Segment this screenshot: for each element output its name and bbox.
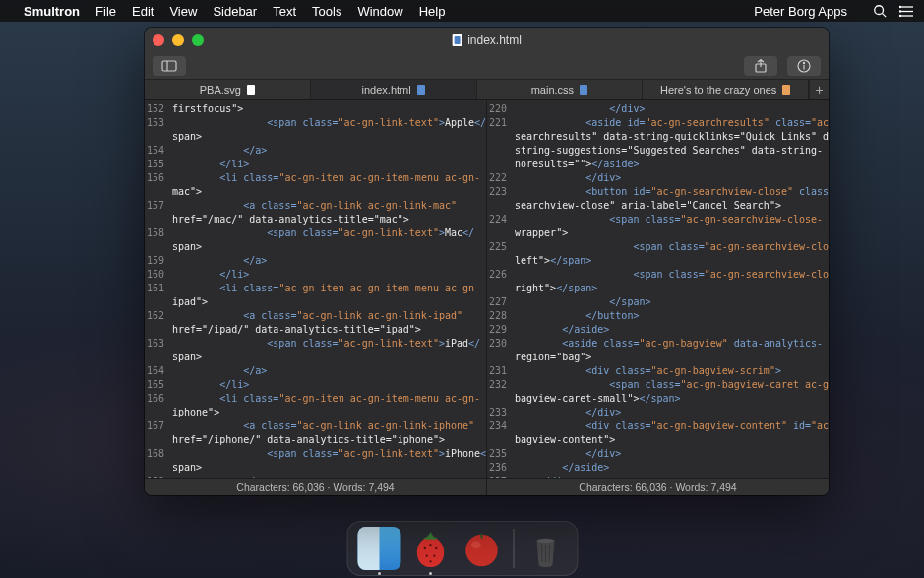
new-tab-button[interactable]: + [809, 80, 829, 99]
svg-point-7 [900, 15, 901, 16]
svg-point-14 [423, 547, 425, 549]
editor-window: index.html PBA.svg index.html main.css [145, 28, 829, 495]
menu-view[interactable]: View [169, 4, 197, 19]
menu-developer[interactable]: Peter Borg Apps [754, 4, 847, 19]
zoom-button[interactable] [192, 34, 204, 46]
app-name[interactable]: Smultron [24, 4, 80, 19]
info-button[interactable] [787, 56, 821, 76]
line-gutter: 1521531541551561571581591601611621631641… [145, 100, 168, 478]
svg-line-25 [549, 545, 550, 562]
split-editor: 1521531541551561571581591601611621631641… [145, 100, 829, 495]
line-gutter: 2202212222232242252262272282292302312322… [487, 100, 511, 478]
svg-point-18 [433, 554, 435, 556]
titlebar[interactable]: index.html [145, 28, 829, 53]
tab-main-css[interactable]: main.css [477, 80, 644, 99]
svg-point-21 [471, 541, 481, 548]
svg-point-15 [435, 547, 437, 549]
share-button[interactable] [744, 56, 777, 76]
file-icon [417, 85, 425, 95]
svg-point-20 [465, 535, 497, 566]
tab-bar: PBA.svg index.html main.css Here's to th… [145, 79, 829, 100]
tab-crazy-ones[interactable]: Here's to the crazy ones [643, 80, 809, 99]
menu-bar: Smultron File Edit View Sidebar Text Too… [0, 0, 924, 22]
code-editor-left[interactable]: 1521531541551561571581591601611621631641… [145, 100, 486, 478]
svg-point-5 [900, 6, 901, 7]
code-content[interactable]: firstfocus"> <span class="ac-gn-link-tex… [168, 100, 486, 478]
document-icon [452, 34, 462, 46]
dock-trash[interactable] [524, 527, 567, 570]
svg-line-23 [541, 545, 542, 562]
file-icon [782, 85, 790, 95]
left-editor-pane: 1521531541551561571581591601611621631641… [145, 100, 487, 495]
menu-edit[interactable]: Edit [132, 4, 154, 19]
status-bar-right: Characters: 66,036 · Words: 7,494 [487, 478, 829, 495]
dock-finder[interactable] [357, 527, 400, 570]
dock-smultron[interactable] [408, 527, 452, 570]
toolbar [145, 53, 829, 79]
svg-point-22 [536, 539, 554, 543]
menu-tools[interactable]: Tools [312, 4, 341, 19]
menu-file[interactable]: File [95, 4, 116, 19]
status-bar-left: Characters: 66,036 · Words: 7,494 [145, 478, 486, 495]
menu-text[interactable]: Text [273, 4, 296, 19]
window-title: index.html [452, 33, 522, 47]
svg-rect-8 [162, 61, 176, 71]
svg-point-0 [875, 6, 884, 15]
dock-separator [513, 529, 514, 568]
notification-center-icon[interactable] [898, 5, 914, 18]
search-icon[interactable] [873, 4, 887, 18]
tab-pba-svg[interactable]: PBA.svg [145, 80, 311, 99]
file-icon [247, 85, 255, 95]
svg-point-6 [900, 11, 901, 12]
menu-window[interactable]: Window [357, 4, 402, 19]
svg-point-19 [429, 560, 431, 562]
svg-line-1 [883, 14, 887, 18]
svg-point-17 [425, 554, 427, 556]
menu-help[interactable]: Help [419, 4, 446, 19]
code-content[interactable]: </div> <aside id="ac-gn-searchresults" c… [511, 100, 829, 478]
dock [346, 521, 578, 576]
tab-index-html[interactable]: index.html [311, 80, 477, 99]
close-button[interactable] [153, 34, 164, 46]
menu-sidebar[interactable]: Sidebar [213, 4, 257, 19]
svg-point-12 [803, 62, 804, 63]
minimize-button[interactable] [172, 34, 184, 46]
svg-point-16 [429, 544, 431, 546]
code-editor-right[interactable]: 2202212222232242252262272282292302312322… [487, 100, 829, 478]
sidebar-toggle-button[interactable] [153, 56, 186, 76]
window-controls [153, 34, 204, 46]
dock-tomato[interactable] [460, 527, 503, 570]
file-icon [580, 85, 587, 95]
right-editor-pane: 2202212222232242252262272282292302312322… [487, 100, 829, 495]
